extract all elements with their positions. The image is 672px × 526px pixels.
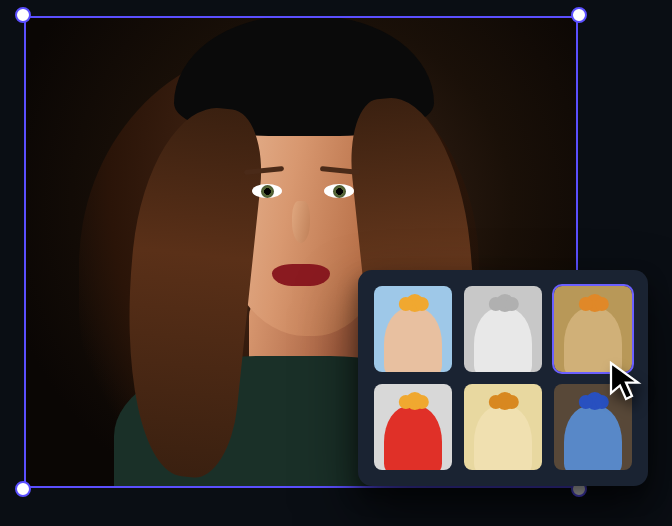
filter-thumb-grayscale[interactable] bbox=[464, 286, 542, 372]
resize-handle-top-left[interactable] bbox=[15, 7, 31, 23]
filter-thumb-original[interactable] bbox=[374, 286, 452, 372]
filter-thumb-cool[interactable] bbox=[554, 384, 632, 470]
filter-panel bbox=[358, 270, 648, 486]
filter-thumb-sepia[interactable] bbox=[554, 286, 632, 372]
filter-thumb-warm[interactable] bbox=[464, 384, 542, 470]
filter-thumb-red-pop[interactable] bbox=[374, 384, 452, 470]
resize-handle-bottom-left[interactable] bbox=[15, 481, 31, 497]
resize-handle-top-right[interactable] bbox=[571, 7, 587, 23]
